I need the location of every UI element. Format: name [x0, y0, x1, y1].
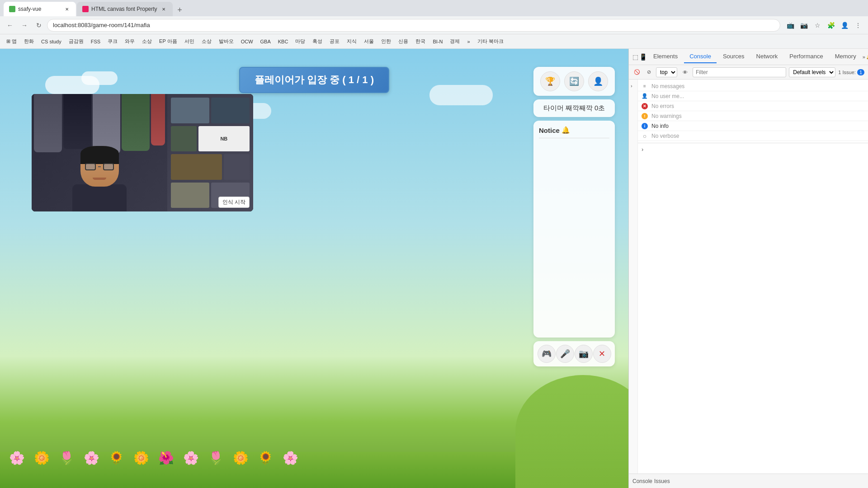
bookmark-more[interactable]: » [464, 38, 472, 45]
messages-icon: ≡ [642, 83, 648, 89]
bookmark-ocw[interactable]: OCW [238, 38, 256, 45]
bookmark-gba[interactable]: GBA [258, 38, 274, 45]
tab-console[interactable]: Console [684, 50, 717, 63]
tab-elements[interactable]: Elements [648, 50, 683, 63]
account-icon[interactable]: 👤 [838, 19, 851, 32]
icons-card: 🏆 🔄 👤 [533, 67, 615, 96]
bookmark-hokseong[interactable]: 혹성 [310, 37, 325, 46]
bookmark-jisik[interactable]: 지식 [344, 37, 359, 46]
video-left: 12asa4fa [32, 94, 167, 211]
tab-ssafy-vue[interactable]: ssafy-vue ✕ [4, 2, 76, 16]
ctrl-person-button[interactable]: 🎮 [538, 345, 556, 363]
flower-9: 🌷 [208, 450, 224, 465]
extensions-icon[interactable]: 🧩 [825, 19, 837, 32]
bookmark-sosang2[interactable]: 소상 [199, 37, 214, 46]
devtools-issue-badge[interactable]: 🔔 1 [866, 52, 868, 62]
tab-close-2[interactable]: ✕ [160, 5, 167, 13]
flower-8: 🌸 [183, 450, 199, 465]
devtools-bottom-bar: Console Issues [629, 474, 868, 488]
bottom-console-tab[interactable]: Console [632, 478, 652, 484]
level-select[interactable]: Default levels [789, 67, 835, 77]
ctrl-video-button[interactable]: 📷 [575, 345, 593, 363]
tab-network[interactable]: Network [751, 50, 783, 63]
bookmark-kbc[interactable]: KBC [275, 38, 291, 45]
expand-arrow[interactable]: › [629, 80, 637, 92]
bookmark-seoul[interactable]: 서울 [361, 37, 377, 46]
refresh-button[interactable]: ↻ [33, 19, 45, 32]
star-icon[interactable]: ☆ [811, 19, 824, 32]
back-button[interactable]: ← [4, 19, 16, 32]
hill-decoration [515, 375, 628, 488]
bookmark-gita[interactable]: 기타 북마크 [475, 37, 506, 46]
person-icon-button[interactable]: 👤 [588, 71, 608, 91]
devtools-console-output: ≡ No messages 👤 No user me... ✕ No error… [638, 80, 868, 474]
tab-performance[interactable]: Performance [784, 50, 828, 63]
bookmark-hanguk[interactable]: 한국 [413, 37, 428, 46]
tab-html-canvas[interactable]: HTML canvas font Property ✕ [77, 2, 173, 16]
bookmark-semin[interactable]: 서민 [182, 37, 197, 46]
issue-badge: 1 Issue: 1 [838, 70, 864, 75]
filter-input[interactable] [693, 67, 786, 77]
bookmark-hanhwa[interactable]: 한화 [21, 37, 37, 46]
bookmark-inhan[interactable]: 인한 [378, 37, 394, 46]
panel-icons: 🏆 🔄 👤 [538, 71, 610, 91]
bookmark-gongpo[interactable]: 공포 [327, 37, 342, 46]
devtools-device-button[interactable]: 📱 [639, 52, 647, 61]
menu-icon[interactable]: ⋮ [852, 19, 864, 32]
flower-7: 🌺 [158, 450, 174, 465]
screenshot-icon[interactable]: 📷 [797, 19, 810, 32]
cast-icon[interactable]: 📺 [784, 19, 797, 32]
console-input[interactable] [645, 146, 864, 153]
right-panel: 🏆 🔄 👤 타이머 째깍째깍 0초 Notice 🔔 [533, 67, 615, 366]
address-bar[interactable]: localhost:8083/game-room/141/mafia [47, 19, 780, 32]
main-area: 플레이어가 입장 중 ( 1 / 1 ) 12asa4fa [0, 49, 868, 488]
bookmarks-bar: ⊞ 앱 한화 CS study 금감원 FSS 쿠크 와우 소상 EP 아픔 서… [0, 34, 868, 49]
flower-2: 🌼 [34, 450, 50, 465]
bookmark-madang[interactable]: 마당 [292, 37, 308, 46]
tab-bar: ssafy-vue ✕ HTML canvas font Property ✕ … [0, 0, 868, 16]
console-text-info: No info [651, 123, 669, 129]
bookmark-sinyong[interactable]: 신용 [396, 37, 411, 46]
devtools-inspect-button[interactable]: ⬚ [632, 52, 638, 61]
flower-11: 🌻 [258, 450, 274, 465]
error-icon: ✕ [642, 103, 648, 109]
ctrl-close-button[interactable]: ✕ [593, 345, 611, 363]
console-clear-button[interactable]: 🚫 [632, 68, 642, 77]
new-tab-button[interactable]: + [174, 4, 186, 16]
bottom-issues-tab[interactable]: Issues [654, 478, 670, 484]
bookmark-cs-study[interactable]: CS study [38, 38, 64, 45]
bookmark-sosang[interactable]: 소상 [139, 37, 155, 46]
bookmark-bin[interactable]: BI-N [430, 38, 445, 45]
cloud-1b [81, 71, 118, 85]
bookmark-geumgamwon[interactable]: 금감원 [66, 37, 86, 46]
forward-button[interactable]: → [18, 19, 31, 32]
bookmark-ep[interactable]: EP 아픔 [156, 37, 180, 46]
tab-memory[interactable]: Memory [830, 50, 862, 63]
console-text-verbose: No verbose [651, 133, 679, 139]
flower-4: 🌸 [84, 450, 99, 465]
video-right: NB [167, 94, 253, 211]
bookmark-waou[interactable]: 와우 [122, 37, 137, 46]
tab-close-1[interactable]: ✕ [63, 5, 71, 13]
refresh-game-button[interactable]: 🔄 [564, 71, 584, 91]
recognition-button[interactable]: 인식 시작 [218, 197, 250, 208]
context-select[interactable]: top [656, 67, 677, 77]
address-text: localhost:8083/game-room/141/mafia [53, 22, 150, 28]
bookmark-fss[interactable]: FSS [88, 38, 103, 45]
bookmark-apps[interactable]: ⊞ 앱 [4, 37, 19, 46]
tab-sources[interactable]: Sources [717, 50, 750, 63]
trophy-icon-button[interactable]: 🏆 [540, 71, 560, 91]
tab-favicon-1 [9, 6, 15, 12]
eye-button[interactable]: 👁 [680, 67, 690, 77]
cloud-3 [429, 85, 493, 105]
bookmark-balbao[interactable]: 발바오 [216, 37, 236, 46]
notice-card: Notice 🔔 [533, 121, 615, 338]
ctrl-mic-button[interactable]: 🎤 [556, 345, 574, 363]
devtools-more-tabs[interactable]: » [863, 52, 865, 61]
bookmark-cooc[interactable]: 쿠크 [105, 37, 120, 46]
bookmark-kyongje[interactable]: 경제 [447, 37, 462, 46]
console-filter-button[interactable]: ⊘ [644, 68, 653, 77]
tab-title-2: HTML canvas font Property [91, 6, 157, 12]
flower-1: 🌸 [9, 450, 25, 465]
notice-header: Notice 🔔 [539, 126, 609, 138]
